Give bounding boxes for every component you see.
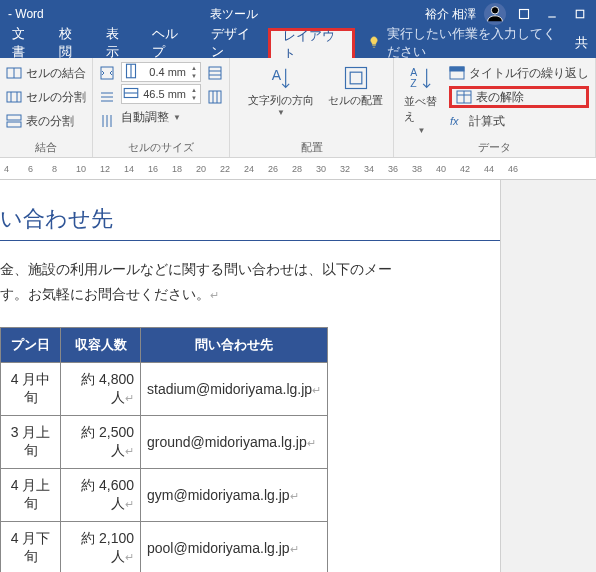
ruler-tick: 40 bbox=[436, 164, 460, 174]
table-row[interactable]: 4 月上旬 約 4,600 人↵ gym@midoriyama.lg.jp↵ bbox=[1, 469, 328, 522]
ruler-tick: 10 bbox=[76, 164, 100, 174]
col-open-date: プン日 bbox=[1, 328, 61, 363]
paragraph-mark-icon: ↵ bbox=[210, 289, 219, 301]
autofit-menu[interactable]: 自動調整 ▼ bbox=[121, 106, 201, 128]
autofit-label: 自動調整 bbox=[121, 109, 169, 126]
svg-point-0 bbox=[491, 7, 498, 14]
height-icon bbox=[122, 62, 140, 82]
row-height-input[interactable]: 0.4 mm ▲▼ bbox=[121, 62, 201, 82]
ribbon-display-options-icon[interactable] bbox=[514, 4, 534, 24]
split-table-button[interactable]: 表の分割 bbox=[6, 110, 86, 132]
user-name: 裕介 相澤 bbox=[425, 6, 476, 23]
tab-design[interactable]: デザイン bbox=[199, 28, 269, 58]
split-table-icon bbox=[6, 113, 22, 129]
tab-layout[interactable]: レイアウト bbox=[268, 28, 355, 58]
ruler-tick: 42 bbox=[460, 164, 484, 174]
group-alignment: A 文字列の方向 ▼ セルの配置 配置 bbox=[230, 58, 394, 157]
group-data-label: データ bbox=[400, 138, 589, 155]
tab-help[interactable]: ヘルプ bbox=[140, 28, 198, 58]
group-merge: セルの結合 セルの分割 表の分割 結合 bbox=[0, 58, 93, 157]
ribbon-tabs: 文書 校閲 表示 ヘルプ デザイン レイアウト 実行したい作業を入力してください… bbox=[0, 28, 596, 58]
text-direction-icon: A bbox=[267, 64, 295, 92]
distribute-cols-button[interactable] bbox=[99, 110, 115, 132]
ruler-tick: 28 bbox=[292, 164, 316, 174]
minimize-icon[interactable] bbox=[542, 4, 562, 24]
ruler-tick: 8 bbox=[52, 164, 76, 174]
sort-icon: AZ bbox=[408, 64, 436, 92]
tell-me-search[interactable]: 実行したい作業を入力してください bbox=[355, 28, 567, 58]
autofit-icon bbox=[99, 65, 115, 81]
col-capacity: 収容人数 bbox=[61, 328, 141, 363]
ruler-tick: 14 bbox=[124, 164, 148, 174]
formula-button[interactable]: fx 計算式 bbox=[449, 110, 589, 132]
cell-date: 3 月上旬 bbox=[1, 416, 61, 469]
ruler-tick: 46 bbox=[508, 164, 532, 174]
cell-date: 4 月下旬 bbox=[1, 522, 61, 572]
svg-rect-10 bbox=[7, 122, 21, 127]
sort-button[interactable]: AZ 並べ替え ▼ bbox=[400, 62, 443, 138]
svg-rect-6 bbox=[7, 92, 21, 102]
dist-rows-button[interactable] bbox=[207, 62, 223, 84]
group-data: AZ 並べ替え ▼ タイトル行の繰り返し 表の解除 fx 計算式 データ bbox=[394, 58, 596, 157]
svg-rect-58 bbox=[450, 67, 464, 71]
tab-view[interactable]: 表示 bbox=[94, 28, 141, 58]
spin-up-icon[interactable]: ▲ bbox=[188, 64, 200, 72]
autofit-button[interactable] bbox=[99, 62, 115, 84]
share-button[interactable]: 共 bbox=[567, 28, 596, 58]
ruler-tick: 16 bbox=[148, 164, 172, 174]
split-cells-label: セルの分割 bbox=[26, 89, 86, 106]
svg-rect-20 bbox=[209, 67, 221, 79]
distribute-rows-icon bbox=[99, 89, 115, 105]
ruler-tick: 32 bbox=[340, 164, 364, 174]
ruler-tick: 4 bbox=[4, 164, 28, 174]
ruler-tick: 34 bbox=[364, 164, 388, 174]
contact-table[interactable]: プン日 収容人数 問い合わせ先 4 月中旬 約 4,800 人↵ stadium… bbox=[0, 327, 328, 572]
cell-date: 4 月上旬 bbox=[1, 469, 61, 522]
repeat-header-button[interactable]: タイトル行の繰り返し bbox=[449, 62, 589, 84]
tab-review[interactable]: 校閲 bbox=[47, 28, 94, 58]
convert-to-text-button[interactable]: 表の解除 bbox=[449, 86, 589, 108]
svg-rect-3 bbox=[576, 10, 584, 18]
split-table-label: 表の分割 bbox=[26, 113, 74, 130]
merge-cells-button[interactable]: セルの結合 bbox=[6, 62, 86, 84]
svg-rect-23 bbox=[209, 91, 221, 103]
table-row[interactable]: 3 月上旬 約 2,500 人↵ ground@midoriyama.lg.jp… bbox=[1, 416, 328, 469]
repeat-header-label: タイトル行の繰り返し bbox=[469, 65, 589, 82]
svg-rect-55 bbox=[350, 72, 362, 84]
ruler[interactable]: 4 6 8 10 12 14 16 18 20 22 24 26 28 30 3… bbox=[0, 158, 596, 180]
chevron-down-icon: ▼ bbox=[277, 108, 285, 117]
table-row[interactable]: 4 月中旬 約 4,800 人↵ stadium@midoriyama.lg.j… bbox=[1, 363, 328, 416]
app-name: - Word bbox=[0, 7, 44, 21]
paragraph-line: 金、施設の利用ルールなどに関する問い合わせは、以下のメー bbox=[0, 261, 392, 277]
formula-icon: fx bbox=[449, 113, 465, 129]
lightbulb-icon bbox=[367, 35, 381, 52]
col-width-input[interactable]: 46.5 mm ▲▼ bbox=[121, 84, 201, 104]
col-contact: 問い合わせ先 bbox=[141, 328, 328, 363]
merge-cells-icon bbox=[6, 65, 22, 81]
spin-up-icon[interactable]: ▲ bbox=[188, 86, 200, 94]
dist-cols-button[interactable] bbox=[207, 86, 223, 108]
svg-text:fx: fx bbox=[450, 115, 459, 127]
ruler-tick: 38 bbox=[412, 164, 436, 174]
text-direction-button[interactable]: A 文字列の方向 ▼ bbox=[244, 62, 318, 138]
spin-down-icon[interactable]: ▼ bbox=[188, 94, 200, 102]
paragraph-line: す。お気軽にお問合せください。 bbox=[0, 286, 210, 302]
ruler-tick: 12 bbox=[100, 164, 124, 174]
sort-label: 並べ替え bbox=[404, 94, 439, 124]
distribute-cols-icon bbox=[99, 113, 115, 129]
svg-rect-54 bbox=[345, 68, 366, 89]
distribute-rows-button[interactable] bbox=[99, 86, 115, 108]
cell-margins-button[interactable]: セルの配置 bbox=[324, 62, 387, 138]
maximize-icon[interactable] bbox=[570, 4, 590, 24]
ruler-tick: 26 bbox=[268, 164, 292, 174]
tab-document[interactable]: 文書 bbox=[0, 28, 47, 58]
split-cells-button[interactable]: セルの分割 bbox=[6, 86, 86, 108]
table-row[interactable]: 4 月下旬 約 2,100 人↵ pool@midoriyama.lg.jp↵ bbox=[1, 522, 328, 572]
user-avatar-icon[interactable] bbox=[484, 3, 506, 25]
ruler-tick: 6 bbox=[28, 164, 52, 174]
spin-down-icon[interactable]: ▼ bbox=[188, 72, 200, 80]
group-cell-size: 0.4 mm ▲▼ 46.5 mm ▲▼ 自動調整 ▼ セルのサイズ bbox=[93, 58, 230, 157]
svg-text:A: A bbox=[410, 66, 417, 78]
ruler-tick: 36 bbox=[388, 164, 412, 174]
split-cells-icon bbox=[6, 89, 22, 105]
